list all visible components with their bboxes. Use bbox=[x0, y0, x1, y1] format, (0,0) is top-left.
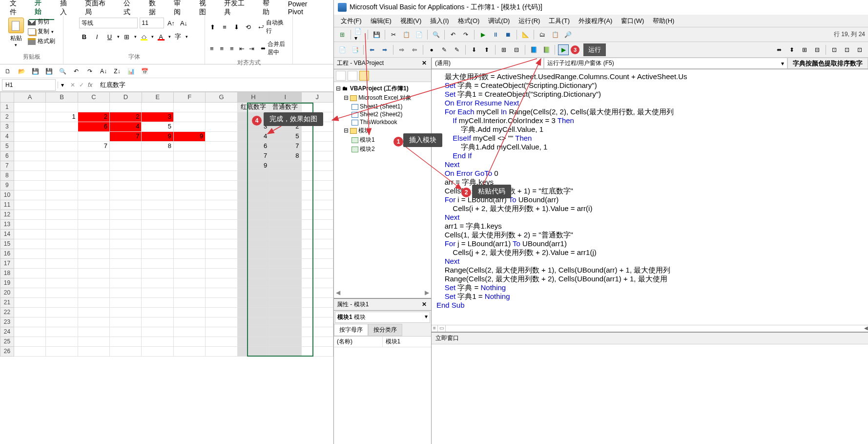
code-line[interactable]: 字典1.Add myCell.Value, 1 bbox=[436, 143, 863, 151]
align-left-button[interactable]: ≡ bbox=[208, 43, 216, 54]
vbe-menu-item[interactable]: 帮助(H) bbox=[649, 15, 678, 27]
cell[interactable] bbox=[46, 200, 78, 210]
tb2-icon-r7[interactable]: ⊡ bbox=[854, 44, 865, 55]
cell[interactable] bbox=[78, 230, 110, 239]
cell[interactable] bbox=[269, 161, 301, 171]
merge-center-button[interactable]: ⬌合并后居中 bbox=[258, 39, 290, 58]
code-line[interactable]: If myCell.Interior.ColorIndex = 3 Then bbox=[436, 116, 863, 125]
cell[interactable] bbox=[206, 122, 237, 132]
cell[interactable] bbox=[110, 210, 142, 220]
row-header[interactable]: 2 bbox=[0, 112, 14, 122]
enter-formula-icon[interactable]: ✓ bbox=[79, 82, 84, 88]
cell[interactable] bbox=[14, 200, 46, 210]
cell[interactable] bbox=[174, 269, 206, 278]
code-line[interactable]: Next bbox=[436, 257, 863, 266]
cell[interactable] bbox=[14, 181, 46, 190]
cell[interactable] bbox=[46, 122, 78, 132]
cell[interactable] bbox=[206, 308, 237, 317]
cell[interactable] bbox=[238, 308, 269, 317]
cell[interactable] bbox=[46, 132, 78, 142]
column-header[interactable]: C bbox=[78, 92, 110, 103]
cell[interactable] bbox=[206, 327, 237, 337]
cell[interactable] bbox=[78, 132, 110, 142]
cell[interactable] bbox=[206, 142, 237, 151]
cell[interactable] bbox=[46, 347, 78, 357]
cell[interactable] bbox=[238, 171, 269, 181]
row-header[interactable]: 23 bbox=[0, 317, 14, 327]
tb2-icon-13[interactable]: ⊟ bbox=[511, 44, 522, 55]
tree-excel-objects[interactable]: ⊟ Microsoft Excel 对象 bbox=[336, 93, 429, 103]
cell[interactable] bbox=[174, 151, 206, 161]
cell[interactable] bbox=[110, 259, 142, 269]
undo-icon[interactable]: ↶ bbox=[448, 29, 458, 40]
align-center-button[interactable]: ≡ bbox=[218, 43, 226, 54]
cell[interactable] bbox=[142, 190, 173, 200]
cell[interactable] bbox=[302, 190, 333, 200]
bold-button[interactable]: B bbox=[79, 31, 90, 42]
code-line[interactable]: 字典.Add myCell.Value, 1 bbox=[436, 125, 863, 134]
cell[interactable]: 2 bbox=[78, 112, 110, 122]
cell[interactable] bbox=[142, 103, 173, 112]
tree-sheet2[interactable]: Sheet2 (Sheet2) bbox=[336, 110, 429, 118]
cell[interactable] bbox=[142, 239, 173, 249]
row-header[interactable]: 11 bbox=[0, 200, 14, 210]
cell[interactable] bbox=[78, 269, 110, 278]
row-header[interactable]: 17 bbox=[0, 259, 14, 269]
name-box-dropdown-icon[interactable]: ▾ bbox=[58, 82, 66, 88]
qat-sort-asc-icon[interactable]: A↓ bbox=[99, 66, 108, 76]
cell[interactable] bbox=[238, 278, 269, 288]
cell[interactable] bbox=[206, 269, 237, 278]
cell[interactable] bbox=[46, 103, 78, 112]
cell[interactable] bbox=[46, 308, 78, 317]
code-line[interactable]: 最大使用列数 = ActiveSheet.UsedRange.Columns.C… bbox=[436, 72, 863, 81]
copy-icon[interactable]: 📋 bbox=[401, 29, 412, 40]
cell[interactable] bbox=[46, 151, 78, 161]
cell[interactable] bbox=[206, 220, 237, 230]
cell[interactable] bbox=[302, 230, 333, 239]
cell[interactable] bbox=[110, 161, 142, 171]
increase-font-button[interactable]: A↑ bbox=[166, 18, 177, 28]
cell[interactable] bbox=[206, 337, 237, 347]
row-header[interactable]: 12 bbox=[0, 210, 14, 220]
view-excel-icon[interactable]: ⊞ bbox=[337, 29, 348, 40]
cell[interactable]: 5 bbox=[269, 132, 301, 142]
cell[interactable] bbox=[174, 259, 206, 269]
cell[interactable] bbox=[174, 171, 206, 181]
fill-color-button[interactable]: ◇ bbox=[139, 31, 149, 42]
cell[interactable] bbox=[46, 249, 78, 259]
find-icon[interactable]: 🔍 bbox=[431, 29, 441, 40]
tb2-icon-4[interactable]: ➡ bbox=[379, 44, 390, 55]
cell[interactable] bbox=[238, 288, 269, 298]
cell[interactable] bbox=[46, 230, 78, 239]
cell[interactable] bbox=[269, 171, 301, 181]
row-header[interactable]: 21 bbox=[0, 298, 14, 308]
cell[interactable] bbox=[46, 171, 78, 181]
qat-open-icon[interactable]: 📂 bbox=[17, 66, 26, 76]
cell[interactable] bbox=[302, 210, 333, 220]
cell[interactable] bbox=[302, 103, 333, 112]
cell[interactable] bbox=[269, 308, 301, 317]
cell[interactable] bbox=[174, 142, 206, 151]
cell[interactable] bbox=[238, 181, 269, 190]
align-middle-button[interactable]: ≡ bbox=[220, 21, 229, 32]
cell[interactable] bbox=[174, 112, 206, 122]
tb2-icon-r1[interactable]: ⬌ bbox=[774, 44, 785, 55]
cell[interactable]: 7 bbox=[269, 142, 301, 151]
cell[interactable] bbox=[302, 288, 333, 298]
cell[interactable] bbox=[78, 337, 110, 347]
break-icon[interactable]: ⏸ bbox=[490, 29, 501, 40]
code-line[interactable]: Next bbox=[436, 213, 863, 222]
reset-icon[interactable]: ⏹ bbox=[503, 29, 514, 40]
border-button[interactable]: ⊞ bbox=[122, 31, 132, 42]
cell[interactable] bbox=[302, 220, 333, 230]
cell[interactable] bbox=[46, 259, 78, 269]
cell[interactable] bbox=[110, 288, 142, 298]
vbe-menu-item[interactable]: 编辑(E) bbox=[367, 15, 395, 27]
code-line[interactable]: Set 字典1 = CreateObject("Scripting.Dictio… bbox=[436, 90, 863, 99]
cell[interactable] bbox=[269, 230, 301, 239]
cell[interactable] bbox=[78, 161, 110, 171]
view-object-icon[interactable] bbox=[348, 71, 357, 81]
cell[interactable] bbox=[174, 278, 206, 288]
cell[interactable] bbox=[14, 337, 46, 347]
vbe-menu-item[interactable]: 外接程序(A) bbox=[575, 15, 616, 27]
